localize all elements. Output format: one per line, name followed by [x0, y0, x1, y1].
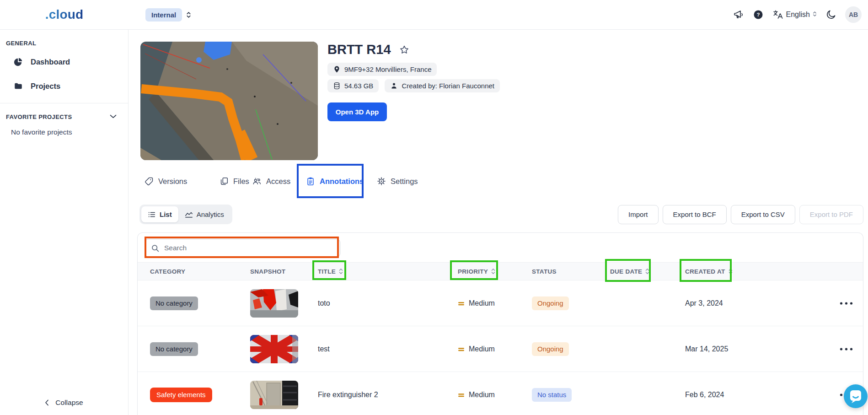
chat-bubble-icon — [849, 389, 863, 403]
created-at-cell: Apr 3, 2024 — [685, 299, 804, 307]
tab-label: Settings — [391, 177, 418, 186]
export-csv-button[interactable]: Export to CSV — [731, 205, 795, 224]
tab-label: Access — [266, 177, 290, 186]
workspace-badge[interactable]: Internal — [145, 8, 182, 22]
view-analytics-label: Analytics — [197, 210, 224, 218]
storage-size-text: 54.63 GB — [344, 82, 373, 90]
tag-icon — [145, 177, 154, 186]
language-selector[interactable]: English — [772, 9, 817, 20]
sidebar: GENERAL Dashboard Projects FAVORITE PROJ… — [0, 30, 129, 415]
created-at-cell: Feb 6, 2024 — [685, 391, 804, 399]
priority-label: Medium — [469, 299, 495, 307]
column-header-due-date[interactable]: DUE DATE — [610, 268, 685, 275]
status-badge: Ongoing — [532, 342, 569, 356]
favorites-empty-text: No favorite projects — [11, 128, 72, 136]
column-header-title[interactable]: TITLE — [318, 268, 458, 275]
tab-access[interactable]: Access — [252, 167, 290, 195]
people-icon — [252, 177, 262, 186]
megaphone-icon[interactable] — [733, 9, 744, 20]
database-icon — [333, 82, 341, 90]
collapse-label: Collapse — [55, 399, 83, 407]
app-logo[interactable]: .cloud — [45, 7, 84, 22]
row-menu-button[interactable] — [839, 345, 854, 353]
column-header-snapshot: SNAPSHOT — [250, 268, 318, 275]
page-title: BRTT R14 — [327, 42, 391, 57]
column-header-status: STATUS — [532, 268, 610, 275]
sort-icon — [728, 268, 733, 275]
column-header-priority[interactable]: PRIORITY — [458, 268, 532, 275]
user-avatar[interactable]: AB — [845, 6, 862, 23]
sidebar-item-label: Projects — [31, 82, 60, 91]
annotation-title: test — [318, 345, 458, 353]
folder-icon — [14, 81, 23, 91]
sidebar-item-dashboard[interactable]: Dashboard — [14, 57, 70, 66]
annotation-title: toto — [318, 299, 458, 307]
sort-icon — [491, 268, 496, 275]
export-bcf-button[interactable]: Export to BCF — [663, 205, 727, 224]
person-icon — [390, 82, 398, 90]
status-badge: No status — [532, 388, 572, 402]
storage-size-badge: 54.63 GB — [327, 79, 379, 92]
priority-medium-icon — [458, 300, 465, 307]
files-icon — [220, 177, 229, 186]
sidebar-divider — [0, 103, 128, 103]
table-row[interactable]: No category test Medium Ongoing Mar 14, … — [138, 326, 863, 372]
sort-icon — [645, 268, 650, 275]
chevron-down-icon[interactable] — [110, 112, 117, 120]
snapshot-thumbnail[interactable] — [250, 335, 298, 363]
list-icon — [148, 210, 156, 219]
status-badge: Ongoing — [532, 296, 569, 310]
workspace-selector-icon[interactable] — [186, 11, 191, 18]
tab-versions[interactable]: Versions — [145, 167, 187, 195]
tab-label: Annotations — [320, 177, 364, 186]
view-list-button[interactable]: List — [141, 206, 178, 222]
gear-icon — [377, 177, 386, 186]
snapshot-thumbnail[interactable] — [250, 289, 298, 318]
collapse-sidebar-button[interactable]: Collapse — [0, 399, 128, 407]
favorite-star-icon[interactable] — [399, 44, 410, 55]
table-row[interactable]: No category toto Medium Ongoing Apr 3, 2… — [138, 280, 863, 326]
table-row[interactable]: Safety elements Fire extinguisher 2 Medi… — [138, 372, 863, 415]
location-badge: 9MF9+32 Morvilliers, France — [327, 63, 437, 76]
export-buttons: Import Export to BCF Export to CSV Expor… — [618, 205, 863, 224]
category-badge: Safety elements — [150, 388, 212, 402]
snapshot-thumbnail[interactable] — [250, 381, 298, 409]
table-header: CATEGORY SNAPSHOT TITLE PRIORITY STATUS … — [138, 262, 863, 280]
main-content: BRTT R14 9MF9+32 Morvilliers, France 54.… — [129, 30, 868, 415]
annotations-toolbar: List Analytics Import Export to BCF Expo… — [139, 205, 863, 224]
search-input[interactable] — [164, 244, 334, 252]
help-icon[interactable]: ? — [753, 9, 764, 20]
chat-widget-button[interactable] — [844, 384, 868, 408]
sort-icon — [338, 268, 343, 275]
tab-annotations[interactable]: Annotations — [306, 167, 364, 195]
priority-medium-icon — [458, 346, 465, 353]
annotations-card: CATEGORY SNAPSHOT TITLE PRIORITY STATUS … — [137, 232, 863, 415]
location-text: 9MF9+32 Morvilliers, France — [344, 65, 431, 73]
annotation-title: Fire extinguisher 2 — [318, 391, 458, 399]
tab-files[interactable]: Files — [220, 167, 249, 195]
created-by-badge: Created by: Florian Fauconnet — [385, 79, 500, 92]
project-thumbnail — [140, 42, 318, 160]
location-pin-icon — [333, 65, 341, 73]
view-switcher: List Analytics — [139, 205, 232, 224]
priority-medium-icon — [458, 392, 465, 399]
clipboard-icon — [306, 177, 315, 186]
column-header-category: CATEGORY — [150, 268, 250, 275]
language-label: English — [786, 11, 810, 19]
analytics-icon — [185, 210, 193, 219]
view-analytics-button[interactable]: Analytics — [178, 206, 230, 222]
sidebar-item-projects[interactable]: Projects — [14, 81, 60, 91]
tab-settings[interactable]: Settings — [377, 167, 418, 195]
import-button[interactable]: Import — [618, 205, 659, 224]
dark-mode-icon[interactable] — [825, 9, 836, 20]
column-header-created-at[interactable]: CREATED AT — [685, 268, 804, 275]
translate-icon — [772, 9, 783, 20]
row-menu-button[interactable] — [839, 299, 854, 307]
language-caret-icon — [813, 11, 817, 19]
tab-label: Versions — [158, 177, 187, 186]
top-bar: .cloud Internal ? English AB — [0, 0, 868, 30]
open-3d-app-button[interactable]: Open 3D App — [327, 102, 387, 121]
sidebar-section-general: GENERAL — [6, 40, 36, 47]
priority-label: Medium — [469, 345, 495, 353]
created-by-text: Created by: Florian Fauconnet — [402, 82, 494, 90]
